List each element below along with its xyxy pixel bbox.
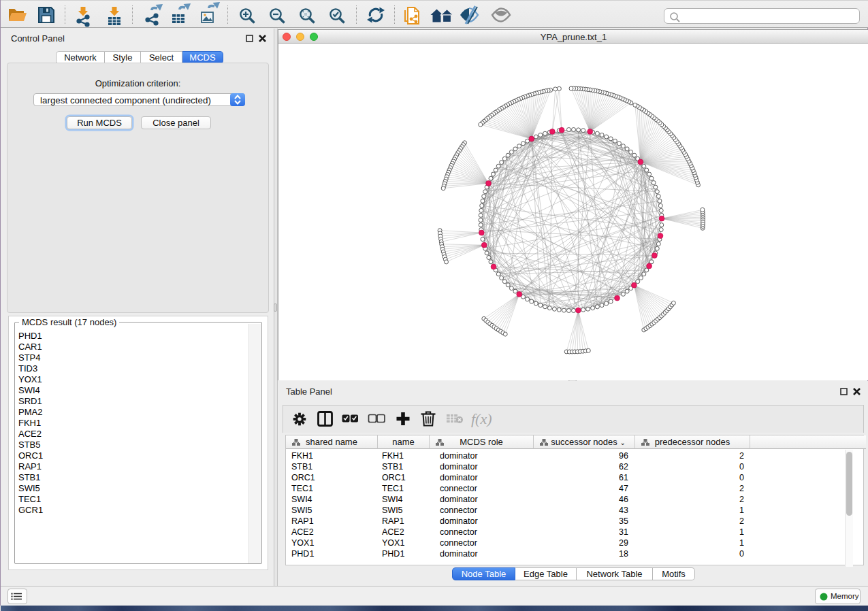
svg-text:f(x): f(x) — [471, 410, 492, 427]
